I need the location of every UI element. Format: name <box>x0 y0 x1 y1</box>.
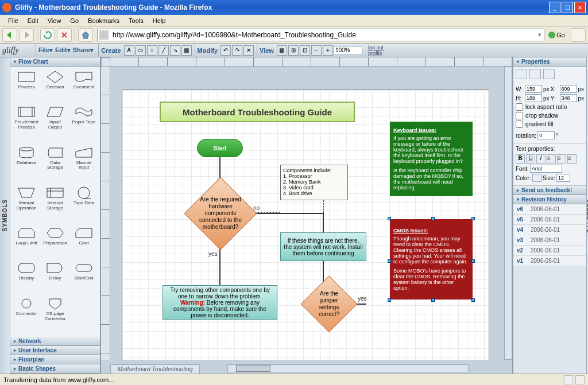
revision-header[interactable]: Revision History <box>513 195 586 204</box>
home-button[interactable] <box>78 28 93 42</box>
drop-shadow-checkbox[interactable] <box>516 112 523 119</box>
ui-category[interactable]: User Interface <box>10 346 100 355</box>
line-tool2-icon[interactable] <box>529 69 541 79</box>
shape-internalstorage[interactable]: Internal Storage <box>41 185 69 224</box>
title-shape[interactable]: Motherboard Troubleshooting Guide <box>160 102 355 122</box>
underline-icon[interactable]: U <box>526 154 535 164</box>
lock-aspect-checkbox[interactable] <box>516 103 523 111</box>
properties-header[interactable]: Properties <box>513 57 586 67</box>
snap-icon[interactable]: ⊞ <box>288 45 299 56</box>
flowchart-category[interactable]: Flow Chart <box>10 57 100 67</box>
decision-hardware[interactable]: Are the required hardware components con… <box>184 177 257 250</box>
shape-offpage[interactable]: Off-page Connector <box>41 295 69 335</box>
align-right-icon[interactable]: ≡ <box>567 154 577 164</box>
rect-tool-icon[interactable]: ▭ <box>136 45 146 56</box>
revision-row[interactable]: v22006-06-01 <box>513 246 586 256</box>
network-category[interactable]: Network <box>10 337 100 346</box>
feedback-header[interactable]: Send us feedback! <box>513 186 586 195</box>
edit-menu[interactable]: Edit▾ <box>55 46 71 54</box>
line-tool-icon[interactable]: ╱ <box>158 45 169 56</box>
maximize-button[interactable]: ☐ <box>562 2 573 13</box>
zoom-in-icon[interactable]: + <box>323 45 333 56</box>
shape-looplimit[interactable]: Loop Limit <box>13 225 40 259</box>
revision-row[interactable]: v62006-06-01 <box>513 204 586 215</box>
file-menu[interactable]: File▾ <box>38 46 53 54</box>
start-shape[interactable]: Start <box>197 139 243 157</box>
shape-tapedata[interactable]: Tape Data <box>70 185 98 224</box>
shape-database[interactable]: Database <box>13 145 40 184</box>
connector-tool-icon[interactable]: ↘ <box>170 45 180 56</box>
shape-preparation[interactable]: Preparation <box>41 225 69 259</box>
shape-connector[interactable]: Connector <box>13 295 40 335</box>
install-step[interactable]: If these things are not there, the syste… <box>280 232 366 261</box>
revision-row[interactable]: v42006-06-01 <box>513 225 586 235</box>
shape-manualinput[interactable]: Manual Input <box>70 145 98 184</box>
shape-startend[interactable]: Start/End <box>70 260 98 294</box>
grid-icon[interactable]: ▦ <box>277 45 287 56</box>
italic-icon[interactable]: I <box>536 154 546 164</box>
menu-go[interactable]: Go <box>65 16 83 25</box>
decision-jumpers[interactable]: Are the jumper settings correct? <box>301 276 358 333</box>
shape-manualop[interactable]: Manual Operation <box>13 185 40 224</box>
delete-icon[interactable]: ✕ <box>243 45 254 56</box>
x-input[interactable] <box>560 85 577 93</box>
ruler-horizontal[interactable] <box>110 57 512 67</box>
profile-link[interactable]: profile <box>368 50 384 56</box>
revision-row[interactable]: v52006-06-01 <box>513 215 586 225</box>
menu-file[interactable]: File <box>3 16 23 25</box>
shape-display[interactable]: Display <box>13 260 40 294</box>
shape-decision[interactable]: Decision <box>41 69 69 103</box>
align-center-icon[interactable]: ≡ <box>557 154 566 164</box>
menu-tools[interactable]: Tools <box>124 16 148 25</box>
scrollbar-horizontal[interactable] <box>227 364 469 372</box>
shape-card[interactable]: Card <box>70 225 98 259</box>
logout-link[interactable]: log out <box>368 45 384 50</box>
scrollbar-vertical[interactable] <box>504 67 512 360</box>
addon-icon[interactable] <box>575 375 585 384</box>
forward-button[interactable] <box>19 28 34 42</box>
go-button[interactable]: Go <box>548 29 566 41</box>
revision-row[interactable]: v32006-06-01 <box>513 235 586 246</box>
search-icon[interactable] <box>571 28 586 42</box>
text-color-icon[interactable] <box>532 174 541 182</box>
dropdown-icon[interactable]: ▾ <box>536 31 544 38</box>
zoom-fit-icon[interactable]: ⊡ <box>300 45 310 56</box>
undo-icon[interactable]: ↶ <box>220 45 231 56</box>
document-tab[interactable]: Motherboard Troubleshooting <box>110 364 200 374</box>
components-note[interactable]: Components include: 1. Processor 2. Memo… <box>280 165 348 200</box>
stroke-icon[interactable] <box>543 69 555 79</box>
image-tool-icon[interactable]: ▦ <box>181 45 192 56</box>
y-input[interactable] <box>560 94 577 102</box>
shape-document[interactable]: Document <box>70 69 98 103</box>
cmos-issues-note[interactable]: CMOS Issues: Though uncommon, you may ne… <box>390 219 473 300</box>
share-menu[interactable]: Share▾ <box>73 46 94 54</box>
reload-button[interactable] <box>40 28 55 42</box>
text-tool-icon[interactable]: A <box>124 45 134 56</box>
shape-delay[interactable]: Delay <box>41 260 69 294</box>
close-button[interactable]: ✕ <box>574 2 586 13</box>
minimize-button[interactable]: _ <box>549 2 560 13</box>
basicshapes-category[interactable]: Basic Shapes <box>10 364 100 374</box>
menu-bookmarks[interactable]: Bookmarks <box>83 16 124 25</box>
height-input[interactable] <box>525 94 542 102</box>
symbols-tab[interactable]: SYMBOLS <box>0 57 10 374</box>
rotation-input[interactable] <box>537 131 555 139</box>
shape-io[interactable]: Input/ Output <box>41 104 69 143</box>
zoom-input[interactable] <box>334 46 362 55</box>
width-input[interactable] <box>525 85 542 93</box>
gradient-checkbox[interactable] <box>516 120 523 128</box>
zoom-out-icon[interactable]: − <box>311 45 322 56</box>
font-select[interactable] <box>530 165 562 173</box>
menu-edit[interactable]: Edit <box>23 16 43 25</box>
bold-icon[interactable]: B <box>516 154 525 164</box>
menu-help[interactable]: Help <box>148 16 171 25</box>
canvas[interactable]: Motherboard Troubleshooting Guide Start … <box>122 90 489 360</box>
ellipse-tool-icon[interactable]: ○ <box>147 45 157 56</box>
shape-datastorage[interactable]: Data Storage <box>41 145 69 184</box>
back-button[interactable] <box>2 28 17 42</box>
stop-button[interactable] <box>57 28 72 42</box>
remove-components-step[interactable]: Try removing other components one by one… <box>163 285 277 320</box>
shape-process[interactable]: Process <box>13 69 40 103</box>
align-left-icon[interactable]: ≡ <box>547 154 556 164</box>
redo-icon[interactable]: ↷ <box>232 45 242 56</box>
